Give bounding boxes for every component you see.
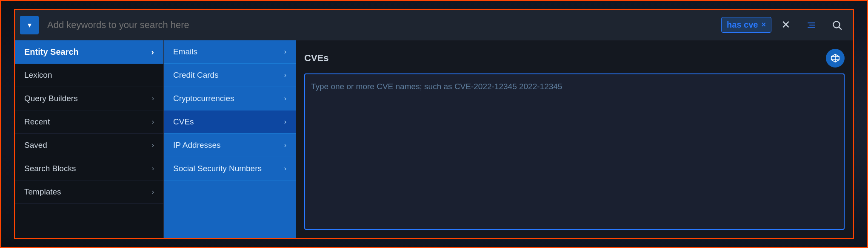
menu-item-ssn[interactable]: Social Security Numbers › [164, 157, 296, 180]
search-blocks-label: Search Blocks [24, 164, 76, 173]
cryptocurrencies-label: Cryptocurrencies [173, 94, 234, 103]
search-input[interactable] [42, 20, 718, 31]
cve-input[interactable] [304, 73, 845, 230]
dropdown-chevron-icon: ▾ [28, 20, 31, 30]
entity-search-label: Entity Search [24, 47, 79, 57]
search-icon [831, 20, 842, 31]
sidebar-item-saved[interactable]: Saved › [15, 134, 163, 157]
filters-icon [806, 21, 817, 29]
cve-header: CVEs [304, 49, 845, 68]
cryptocurrencies-chevron: › [284, 95, 286, 102]
cves-chevron: › [284, 118, 286, 126]
search-tag: has cve × [721, 17, 771, 33]
sidebar-item-query-builders[interactable]: Query Builders › [15, 87, 163, 110]
lexicon-label: Lexicon [24, 70, 52, 80]
ip-addresses-chevron: › [284, 141, 286, 149]
cve-panel: CVEs [296, 40, 853, 238]
cves-label: CVEs [173, 117, 194, 127]
sidebar-item-search-blocks[interactable]: Search Blocks › [15, 157, 163, 180]
query-builders-chevron: › [152, 95, 154, 102]
sidebar-item-templates[interactable]: Templates › [15, 180, 163, 204]
ssn-chevron: › [284, 165, 286, 172]
credit-cards-chevron: › [284, 71, 286, 79]
ssn-label: Social Security Numbers [173, 164, 262, 173]
cube-icon [831, 54, 840, 63]
menu-item-cves[interactable]: CVEs › [164, 110, 296, 134]
sidebar-item-lexicon[interactable]: Lexicon [15, 64, 163, 87]
dropdown-content: Entity Search › Lexicon Query Builders ›… [15, 40, 853, 238]
emails-chevron: › [284, 48, 286, 56]
menu-item-ip-addresses[interactable]: IP Addresses › [164, 134, 296, 157]
tag-value: has cve [727, 20, 758, 30]
templates-chevron: › [152, 188, 154, 196]
menu-item-cryptocurrencies[interactable]: Cryptocurrencies › [164, 87, 296, 110]
menu-item-credit-cards[interactable]: Credit Cards › [164, 64, 296, 87]
sidebar-item-recent[interactable]: Recent › [15, 110, 163, 134]
recent-label: Recent [24, 117, 50, 127]
clear-button[interactable]: ✕ [775, 14, 797, 36]
menu-item-emails[interactable]: Emails › [164, 40, 296, 64]
menu-level1: Entity Search › Lexicon Query Builders ›… [15, 40, 164, 238]
credit-cards-label: Credit Cards [173, 70, 219, 80]
saved-chevron: › [152, 141, 154, 149]
dropdown-button[interactable]: ▾ [20, 16, 39, 34]
recent-chevron: › [152, 118, 154, 126]
emails-label: Emails [173, 47, 197, 56]
cve-title: CVEs [304, 53, 328, 64]
search-blocks-chevron: › [152, 165, 154, 172]
svg-point-0 [833, 21, 839, 28]
tag-close-icon[interactable]: × [761, 20, 766, 29]
main-container: ▾ has cve × ✕ [14, 9, 854, 239]
cve-icon-button[interactable] [826, 49, 845, 68]
filters-button[interactable] [800, 14, 822, 36]
outer-frame: ▾ has cve × ✕ [0, 0, 868, 248]
query-builders-label: Query Builders [24, 94, 78, 103]
search-bar: ▾ has cve × ✕ [15, 10, 853, 40]
svg-line-1 [839, 27, 842, 29]
templates-label: Templates [24, 187, 61, 197]
saved-label: Saved [24, 141, 47, 150]
ip-addresses-label: IP Addresses [173, 141, 221, 150]
entity-search-header[interactable]: Entity Search › [15, 40, 163, 64]
menu-level2: Emails › Credit Cards › Cryptocurrencies… [164, 40, 296, 238]
entity-search-chevron: › [151, 47, 154, 57]
clear-icon: ✕ [781, 18, 791, 31]
search-button[interactable] [826, 14, 848, 36]
